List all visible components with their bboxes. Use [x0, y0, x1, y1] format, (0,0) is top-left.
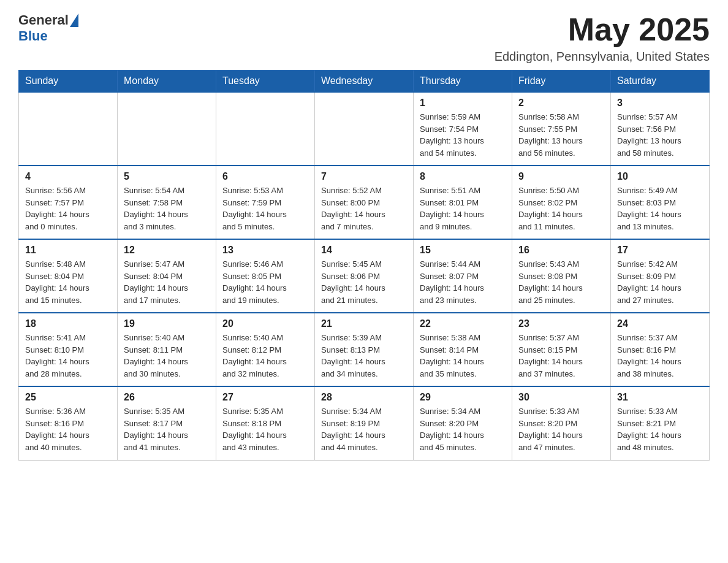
calendar-cell-12: 12Sunrise: 5:47 AMSunset: 8:04 PMDayligh…	[118, 239, 216, 313]
calendar-cell-7: 7Sunrise: 5:52 AMSunset: 8:00 PMDaylight…	[315, 166, 414, 239]
calendar-cell-empty-0-0	[19, 92, 118, 166]
day-info: Sunrise: 5:39 AMSunset: 8:13 PMDaylight:…	[321, 332, 407, 380]
calendar-cell-20: 20Sunrise: 5:40 AMSunset: 8:12 PMDayligh…	[216, 313, 315, 386]
day-number: 12	[124, 245, 210, 256]
weekday-header-wednesday: Wednesday	[315, 71, 414, 93]
calendar-cell-4: 4Sunrise: 5:56 AMSunset: 7:57 PMDaylight…	[19, 166, 118, 239]
day-number: 27	[222, 392, 308, 403]
day-number: 22	[420, 318, 506, 329]
day-info: Sunrise: 5:58 AMSunset: 7:55 PMDaylight:…	[518, 111, 604, 159]
calendar-cell-18: 18Sunrise: 5:41 AMSunset: 8:10 PMDayligh…	[19, 313, 118, 386]
calendar-cell-15: 15Sunrise: 5:44 AMSunset: 8:07 PMDayligh…	[414, 239, 512, 313]
calendar-cell-16: 16Sunrise: 5:43 AMSunset: 8:08 PMDayligh…	[512, 239, 611, 313]
calendar-cell-23: 23Sunrise: 5:37 AMSunset: 8:15 PMDayligh…	[512, 313, 611, 386]
day-number: 16	[518, 245, 604, 256]
calendar-cell-3: 3Sunrise: 5:57 AMSunset: 7:56 PMDaylight…	[611, 92, 710, 166]
weekday-header-sunday: Sunday	[19, 71, 118, 93]
day-number: 23	[518, 318, 604, 329]
day-info: Sunrise: 5:48 AMSunset: 8:04 PMDaylight:…	[25, 258, 111, 306]
day-info: Sunrise: 5:52 AMSunset: 8:00 PMDaylight:…	[321, 185, 407, 232]
calendar-cell-28: 28Sunrise: 5:34 AMSunset: 8:19 PMDayligh…	[315, 386, 414, 460]
day-info: Sunrise: 5:40 AMSunset: 8:11 PMDaylight:…	[124, 332, 210, 380]
calendar-cell-26: 26Sunrise: 5:35 AMSunset: 8:17 PMDayligh…	[118, 386, 216, 460]
calendar-cell-31: 31Sunrise: 5:33 AMSunset: 8:21 PMDayligh…	[611, 386, 710, 460]
calendar-cell-empty-0-2	[216, 92, 315, 166]
calendar-subtitle: Eddington, Pennsylvania, United States	[495, 50, 710, 64]
day-number: 5	[124, 171, 210, 182]
weekday-header-tuesday: Tuesday	[216, 71, 315, 93]
day-info: Sunrise: 5:54 AMSunset: 7:58 PMDaylight:…	[124, 185, 210, 232]
calendar-cell-27: 27Sunrise: 5:35 AMSunset: 8:18 PMDayligh…	[216, 386, 315, 460]
weekday-header-saturday: Saturday	[611, 71, 710, 93]
calendar-cell-1: 1Sunrise: 5:59 AMSunset: 7:54 PMDaylight…	[414, 92, 512, 166]
day-info: Sunrise: 5:57 AMSunset: 7:56 PMDaylight:…	[617, 111, 703, 159]
day-info: Sunrise: 5:33 AMSunset: 8:21 PMDaylight:…	[617, 405, 703, 453]
day-number: 8	[420, 171, 506, 182]
calendar-cell-21: 21Sunrise: 5:39 AMSunset: 8:13 PMDayligh…	[315, 313, 414, 386]
page-header: General Blue May 2025 Eddington, Pennsyl…	[18, 12, 710, 64]
calendar-cell-9: 9Sunrise: 5:50 AMSunset: 8:02 PMDaylight…	[512, 166, 611, 239]
day-info: Sunrise: 5:34 AMSunset: 8:19 PMDaylight:…	[321, 405, 407, 453]
calendar-cell-25: 25Sunrise: 5:36 AMSunset: 8:16 PMDayligh…	[19, 386, 118, 460]
day-info: Sunrise: 5:36 AMSunset: 8:16 PMDaylight:…	[25, 405, 111, 453]
day-info: Sunrise: 5:35 AMSunset: 8:17 PMDaylight:…	[124, 405, 210, 453]
calendar-cell-29: 29Sunrise: 5:34 AMSunset: 8:20 PMDayligh…	[414, 386, 512, 460]
day-number: 14	[321, 245, 407, 256]
day-number: 26	[124, 392, 210, 403]
calendar-cell-empty-0-3	[315, 92, 414, 166]
calendar-cell-5: 5Sunrise: 5:54 AMSunset: 7:58 PMDaylight…	[118, 166, 216, 239]
day-number: 29	[420, 392, 506, 403]
day-info: Sunrise: 5:51 AMSunset: 8:01 PMDaylight:…	[420, 185, 506, 232]
day-info: Sunrise: 5:56 AMSunset: 7:57 PMDaylight:…	[25, 185, 111, 232]
calendar-cell-14: 14Sunrise: 5:45 AMSunset: 8:06 PMDayligh…	[315, 239, 414, 313]
calendar-cell-6: 6Sunrise: 5:53 AMSunset: 7:59 PMDaylight…	[216, 166, 315, 239]
day-info: Sunrise: 5:41 AMSunset: 8:10 PMDaylight:…	[25, 332, 111, 380]
logo-blue-text: Blue	[18, 28, 48, 44]
day-info: Sunrise: 5:53 AMSunset: 7:59 PMDaylight:…	[222, 185, 308, 232]
week-row-5: 25Sunrise: 5:36 AMSunset: 8:16 PMDayligh…	[19, 386, 710, 460]
calendar-cell-empty-0-1	[118, 92, 216, 166]
week-row-1: 1Sunrise: 5:59 AMSunset: 7:54 PMDaylight…	[19, 92, 710, 166]
calendar-header-row: SundayMondayTuesdayWednesdayThursdayFrid…	[19, 71, 710, 93]
day-number: 18	[25, 318, 111, 329]
calendar-title: May 2025	[495, 12, 710, 47]
day-number: 24	[617, 318, 703, 329]
calendar-cell-2: 2Sunrise: 5:58 AMSunset: 7:55 PMDaylight…	[512, 92, 611, 166]
day-info: Sunrise: 5:50 AMSunset: 8:02 PMDaylight:…	[518, 185, 604, 232]
day-number: 4	[25, 171, 111, 182]
logo-general-text: General	[18, 12, 69, 28]
day-info: Sunrise: 5:45 AMSunset: 8:06 PMDaylight:…	[321, 258, 407, 306]
day-info: Sunrise: 5:37 AMSunset: 8:15 PMDaylight:…	[518, 332, 604, 380]
day-info: Sunrise: 5:42 AMSunset: 8:09 PMDaylight:…	[617, 258, 703, 306]
day-number: 3	[617, 98, 703, 109]
day-number: 6	[222, 171, 308, 182]
day-number: 21	[321, 318, 407, 329]
day-number: 1	[420, 98, 506, 109]
calendar-cell-13: 13Sunrise: 5:46 AMSunset: 8:05 PMDayligh…	[216, 239, 315, 313]
weekday-header-thursday: Thursday	[414, 71, 512, 93]
logo: General Blue	[18, 12, 78, 44]
day-info: Sunrise: 5:46 AMSunset: 8:05 PMDaylight:…	[222, 258, 308, 306]
day-info: Sunrise: 5:47 AMSunset: 8:04 PMDaylight:…	[124, 258, 210, 306]
calendar-cell-24: 24Sunrise: 5:37 AMSunset: 8:16 PMDayligh…	[611, 313, 710, 386]
calendar-table: SundayMondayTuesdayWednesdayThursdayFrid…	[18, 70, 710, 461]
week-row-3: 11Sunrise: 5:48 AMSunset: 8:04 PMDayligh…	[19, 239, 710, 313]
calendar-cell-17: 17Sunrise: 5:42 AMSunset: 8:09 PMDayligh…	[611, 239, 710, 313]
day-info: Sunrise: 5:34 AMSunset: 8:20 PMDaylight:…	[420, 405, 506, 453]
day-number: 19	[124, 318, 210, 329]
day-number: 25	[25, 392, 111, 403]
weekday-header-monday: Monday	[118, 71, 216, 93]
title-area: May 2025 Eddington, Pennsylvania, United…	[495, 12, 710, 64]
weekday-header-friday: Friday	[512, 71, 611, 93]
day-number: 28	[321, 392, 407, 403]
day-info: Sunrise: 5:33 AMSunset: 8:20 PMDaylight:…	[518, 405, 604, 453]
calendar-cell-8: 8Sunrise: 5:51 AMSunset: 8:01 PMDaylight…	[414, 166, 512, 239]
logo-triangle-icon	[70, 13, 78, 27]
day-number: 15	[420, 245, 506, 256]
day-number: 9	[518, 171, 604, 182]
day-number: 13	[222, 245, 308, 256]
day-info: Sunrise: 5:40 AMSunset: 8:12 PMDaylight:…	[222, 332, 308, 380]
calendar-cell-30: 30Sunrise: 5:33 AMSunset: 8:20 PMDayligh…	[512, 386, 611, 460]
day-info: Sunrise: 5:43 AMSunset: 8:08 PMDaylight:…	[518, 258, 604, 306]
calendar-cell-11: 11Sunrise: 5:48 AMSunset: 8:04 PMDayligh…	[19, 239, 118, 313]
